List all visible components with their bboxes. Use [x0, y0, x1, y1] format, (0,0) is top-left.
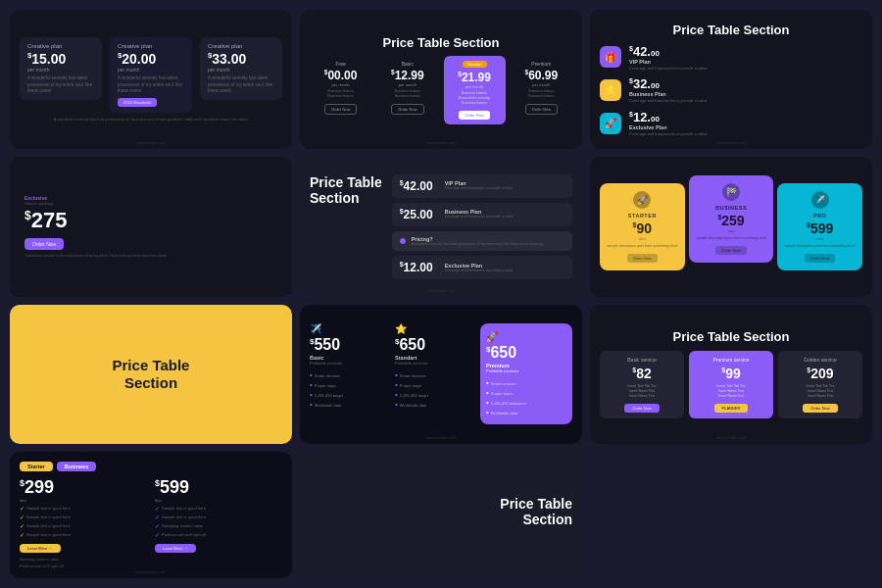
plan-button[interactable]: 2022 Wonderful — [118, 98, 157, 107]
ps-button[interactable]: Learn More → — [20, 544, 61, 553]
plan-cards: 🚀 STARTER $90 /mo sample description goe… — [600, 183, 862, 270]
main-grid: Creative plan $15.00 per month A wonderf… — [0, 0, 882, 588]
col-period: per month — [532, 82, 550, 87]
col-price: $60.99 — [525, 69, 559, 82]
pc-desc: sample description goes here something s… — [785, 244, 856, 249]
pc-desc: sample description goes here something s… — [608, 244, 678, 249]
svc-desc: Insert Text Tab TexInsert Name TextInser… — [717, 384, 746, 400]
lp-desc: A wonderful serenity has taken possessio… — [412, 242, 564, 247]
svc-button[interactable]: Order Now — [803, 404, 837, 413]
tabs-row: Starter Business — [20, 462, 282, 471]
col-feature: Business featureA wonderful serenity,Bus… — [459, 91, 490, 106]
ps-feature: ✓Professional stuff right all — [155, 531, 282, 538]
exclusive-subtitle: Unicorn package — [24, 201, 277, 206]
ps-feature: ✓Sample text or good here — [155, 514, 282, 520]
card-yellow-title: Price TableSection — [10, 305, 292, 444]
plan-icon-vip: 🎁 — [600, 46, 621, 68]
col-price: $21.99 — [458, 71, 491, 84]
plan-desc: Coverage and frameworks to provide a val… — [629, 66, 862, 72]
pc2-feature: Worldwide data — [310, 401, 390, 409]
watermark: www.envato.com — [10, 140, 292, 145]
pc-price: $259 — [717, 213, 744, 228]
bottom-text: A wonderful serenity has had possession … — [54, 117, 249, 122]
pc-starter: 🚀 STARTER $90 /mo sample description goe… — [600, 183, 685, 270]
pc-name: PRO — [813, 213, 826, 219]
col-feature: Business featureBusiness feature — [395, 89, 420, 99]
plan-info: $32.00 Business Plan Coverage and framew… — [629, 76, 862, 104]
watermark: www.envato.com — [300, 288, 582, 293]
plan-info: $42.00 VIP Plan Coverage and frameworks … — [629, 44, 862, 72]
plan-period: per month — [208, 67, 230, 73]
watermark: www.envato.com — [300, 140, 582, 145]
lp-exclusive: $12.00 Exclusive Plan Coverage and frame… — [392, 256, 572, 279]
pc2-subtitle: Profitable contents — [310, 361, 390, 366]
ps-button[interactable]: Learn More → — [155, 544, 196, 553]
lp-info: Pricing? A wonderful serenity has taken … — [412, 236, 564, 247]
col-button[interactable]: Order Now — [459, 111, 489, 120]
plan-desc: Coverage and frameworks to provide a val… — [629, 131, 862, 137]
plan-name: Creative plan — [208, 43, 242, 49]
title-area: Price TableSection — [310, 174, 382, 214]
col-button[interactable]: Order Now — [391, 104, 423, 115]
watermark: www.envato.com — [590, 435, 872, 440]
svc-price: $209 — [807, 366, 833, 381]
pc2-feature: Smart decision — [310, 371, 390, 379]
card-list-pricing: Price TableSection $42.00 VIP Plan Cover… — [300, 157, 582, 296]
card-title: Price Table Section — [673, 23, 790, 38]
plan-price: $33.00 — [208, 51, 246, 67]
pc2-feature: Proper team — [486, 389, 566, 397]
plan-price-row: $42.00 — [629, 44, 862, 59]
watermark: www.envato.com — [10, 569, 292, 574]
col-premium: Premium $60.99 per month Business featur… — [511, 56, 572, 120]
lp-price: $12.00 — [400, 261, 439, 274]
svc-button[interactable]: Order Now — [624, 404, 659, 413]
info-1: Amazing content value — [20, 557, 282, 562]
lp-info: Business Plan Coverage and frameworks to… — [445, 209, 564, 220]
service-cols: Basic service $82 Insert Text Tab TexIns… — [600, 351, 862, 419]
plan-price-row: $12.00 — [629, 110, 862, 124]
plan-exclusive: 🚀 $12.00 Exclusive Plan Coverage and fra… — [600, 110, 862, 137]
tab-business[interactable]: Business — [57, 462, 96, 471]
pc2-standart: ⭐ $650 Standart Profitable contents Smar… — [395, 323, 475, 409]
pricing-columns: Free $00.00 per month Business featureBu… — [310, 56, 572, 124]
exclusive-block: Exclusive Unicorn package $275 Order Now… — [20, 190, 282, 264]
section-title: Price TableSection — [500, 496, 572, 529]
plan-info: $12.00 Exclusive Plan Coverage and frame… — [629, 110, 862, 137]
exclusive-price: $275 — [24, 208, 277, 233]
pc-period: /mo — [816, 236, 823, 241]
plan-name: VIP Plan — [629, 59, 862, 65]
col-period: per month — [332, 82, 350, 87]
pc-button[interactable]: Order Now — [627, 254, 658, 263]
tab-starter[interactable]: Starter — [20, 462, 53, 471]
card-icon-pricing: Price Table Section 🎁 $42.00 VIP Plan Co… — [590, 10, 872, 149]
col-button[interactable]: Order Now — [324, 104, 357, 115]
lp-vip: $42.00 VIP Plan Coverage and frameworks … — [392, 174, 572, 198]
ps-starter: $299 /mo ✓Sample text or good here ✓Samp… — [20, 477, 147, 553]
pricing-radio[interactable] — [400, 238, 406, 244]
plan-business: ⭐ $32.00 Business Plan Coverage and fram… — [600, 76, 862, 104]
col-name: Premium — [531, 61, 551, 67]
plan-period: per month — [118, 67, 140, 73]
pc2-price: $550 — [310, 336, 390, 354]
svc-button[interactable]: PLANNER — [714, 404, 749, 413]
ps-period: /mo — [155, 498, 282, 503]
price-section: $299 /mo ✓Sample text or good here ✓Samp… — [20, 477, 282, 553]
plan-desc: A wonderful serenity has taken possessio… — [208, 75, 274, 94]
pc-button[interactable]: Order Now — [805, 254, 835, 263]
yellow-title: Price TableSection — [113, 357, 190, 392]
order-button[interactable]: Order Now — [24, 238, 64, 250]
col-button[interactable]: Order Now — [525, 104, 558, 115]
card-dark-pricing: ✈️ $550 Basic Profitable contents Smart … — [300, 305, 582, 444]
svc-name: Premium service — [712, 357, 749, 363]
lp-info: VIP Plan Coverage and frameworks to prov… — [445, 180, 564, 191]
svc-golden: Golden service $209 Insert Text Tab TexI… — [778, 351, 862, 419]
pc-button[interactable]: Order Now — [715, 246, 746, 255]
svc-desc: Insert Text Tab TexInsert Name TextInser… — [807, 384, 835, 400]
plan-name: Business Plan — [629, 91, 862, 97]
pc-price: $599 — [807, 220, 833, 236]
lp-info: Exclusive Plan Coverage and frameworks t… — [445, 263, 564, 273]
pricing-row: Creative plan $15.00 per month A wonderf… — [20, 37, 282, 113]
svc-desc: Insert Text Tab TexInsert Name TextInser… — [628, 384, 657, 400]
pc-icon-pro: ✈️ — [811, 191, 829, 209]
col-badge: Standart — [463, 61, 487, 68]
